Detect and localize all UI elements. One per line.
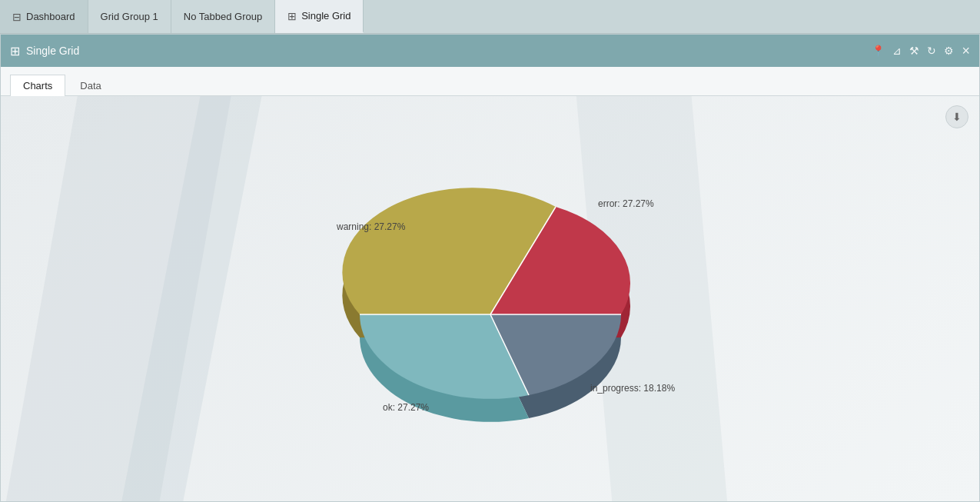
download-icon: ⬇ (952, 111, 962, 123)
nav-tab-single-grid-label: Single Grid (301, 10, 350, 22)
tab-charts[interactable]: Charts (10, 75, 65, 96)
single-grid-tab-icon: ⊞ (287, 10, 297, 22)
pie-chart-svg: error: 27.27% warning: 27.27% ok: 27.27%… (275, 138, 706, 460)
nav-tab-single-grid[interactable]: ⊞ Single Grid (275, 0, 364, 33)
pin-button[interactable]: 📍 (872, 45, 885, 57)
widget-container: ⊞ Single Grid 📍 ⊿ ⚒ ↻ ⚙ × Charts Data (0, 34, 980, 502)
tools-button[interactable]: ⚒ (909, 45, 919, 57)
tab-charts-label: Charts (23, 80, 52, 91)
widget-header: ⊞ Single Grid 📍 ⊿ ⚒ ↻ ⚙ × (1, 35, 979, 67)
dashboard-icon: ⊟ (12, 11, 22, 23)
ok-label: ok: 27.27% (383, 402, 429, 413)
widget-title-area: ⊞ Single Grid (10, 44, 872, 58)
chart-area: ⬇ (1, 96, 979, 501)
in-progress-label: in_progress: 18.18% (590, 383, 675, 394)
nav-tab-dashboard-label: Dashboard (26, 11, 75, 22)
close-button[interactable]: × (962, 43, 970, 59)
inner-tab-bar: Charts Data (1, 67, 979, 96)
settings-button[interactable]: ⚙ (944, 45, 954, 57)
tab-data-label: Data (80, 80, 101, 91)
refresh-button[interactable]: ↻ (927, 45, 936, 57)
top-navigation: ⊟ Dashboard Grid Group 1 No Tabbed Group… (0, 0, 980, 34)
tab-data[interactable]: Data (67, 75, 114, 96)
nav-tab-dashboard[interactable]: ⊟ Dashboard (0, 0, 88, 33)
warning-label: warning: 27.27% (336, 221, 406, 232)
widget-title: Single Grid (26, 45, 79, 57)
svg-marker-1 (116, 96, 262, 501)
error-label: error: 27.27% (598, 198, 654, 209)
widget-header-actions: 📍 ⊿ ⚒ ↻ ⚙ × (872, 43, 970, 59)
nav-tab-grid-group-1[interactable]: Grid Group 1 (88, 0, 171, 33)
download-button[interactable]: ⬇ (945, 105, 968, 128)
widget-header-icon: ⊞ (10, 44, 20, 58)
nav-tab-no-tabbed-group[interactable]: No Tabbed Group (171, 0, 275, 33)
svg-marker-0 (1, 96, 231, 501)
nav-tab-grid-group-1-label: Grid Group 1 (101, 11, 158, 22)
pie-chart-container: error: 27.27% warning: 27.27% ok: 27.27%… (275, 138, 706, 460)
external-link-button[interactable]: ⊿ (892, 45, 902, 57)
nav-tab-no-tabbed-group-label: No Tabbed Group (184, 11, 262, 22)
